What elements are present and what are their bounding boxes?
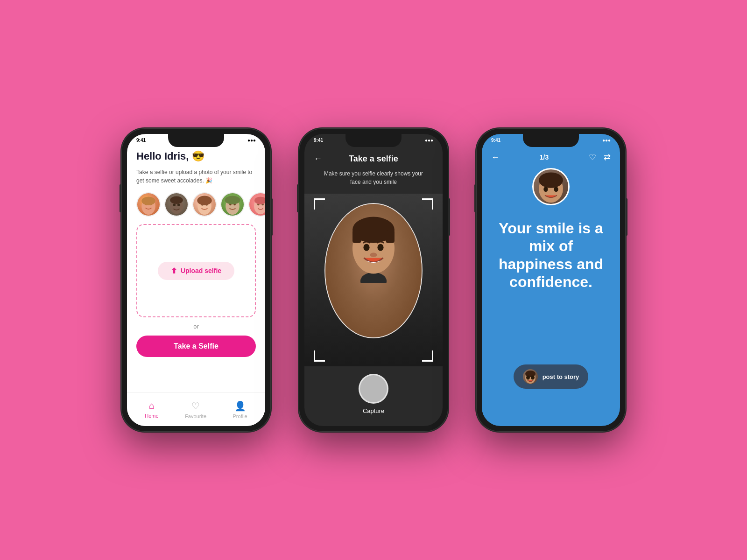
- nav-home[interactable]: ⌂ Home: [145, 400, 158, 419]
- bottom-nav: ⌂ Home ♡ Favourite 👤 Profile: [127, 392, 265, 426]
- camera-subtitle: Make sure you selfie clearly shows your …: [304, 169, 443, 186]
- post-to-story-button[interactable]: post to story: [514, 364, 589, 389]
- heart-nav-icon: ♡: [191, 400, 200, 412]
- corner-bl: [314, 350, 325, 362]
- svg-point-35: [531, 376, 535, 380]
- face-bg: [325, 204, 422, 337]
- svg-point-11: [197, 196, 211, 205]
- avatar-1[interactable]: [136, 192, 161, 217]
- face-illustration: [345, 213, 402, 283]
- avatar-5-face: [249, 193, 265, 216]
- avatar-4[interactable]: [220, 192, 245, 217]
- result-avatar-container: [482, 168, 620, 205]
- face-oval: [324, 203, 423, 338]
- result-text: Your smile is a mix of happiness and con…: [482, 219, 620, 291]
- svg-point-29: [539, 172, 563, 188]
- phone2: 9:41 ●●● ← Take a selfie Make sure you s…: [299, 128, 448, 432]
- avatar-2-face: [165, 193, 188, 216]
- phone3: 9:41 ●●● ← 1/3 ♡ ⇄: [476, 128, 626, 432]
- camera-title: Take a selfie: [349, 154, 398, 164]
- svg-point-31: [554, 187, 558, 192]
- or-divider: or: [136, 323, 256, 330]
- upload-selfie-button[interactable]: ⬆ Upload selfie: [158, 262, 234, 280]
- svg-point-30: [543, 187, 548, 192]
- upload-icon: ⬆: [171, 266, 177, 275]
- svg-point-5: [173, 203, 176, 206]
- avatar-5[interactable]: [248, 192, 265, 217]
- result-actions: ♡ ⇄: [589, 152, 611, 162]
- svg-point-27: [370, 252, 377, 257]
- nav-favourite[interactable]: ♡ Favourite: [185, 400, 206, 419]
- phone1-notch: [168, 134, 224, 147]
- favourite-label: Favourite: [185, 413, 206, 419]
- svg-rect-24: [386, 230, 395, 243]
- phone3-time: 9:41: [491, 138, 500, 143]
- corner-tr: [422, 198, 433, 210]
- phone1-main-content: Hello Idris, 😎 Take a selfie or upload a…: [127, 150, 265, 357]
- camera-background: [304, 194, 443, 366]
- capture-label: Capture: [363, 407, 384, 414]
- svg-point-7: [170, 196, 183, 204]
- result-avatar: [532, 168, 570, 205]
- avatar-3-face: [193, 193, 216, 216]
- camera-header: ← Take a selfie: [304, 150, 443, 169]
- capture-area: Capture: [304, 366, 443, 419]
- svg-point-26: [377, 244, 383, 251]
- phone1: 9:41 ●●● Hello Idris, 😎 Take a selfie or…: [121, 128, 271, 432]
- result-bottom-area: post to story: [482, 364, 620, 389]
- corner-br: [422, 350, 433, 362]
- phone3-signal: ●●●: [602, 138, 611, 143]
- camera-viewfinder: [304, 194, 443, 366]
- svg-rect-23: [352, 230, 361, 243]
- subtitle-text: Take a selfie or upload a photo of your …: [136, 168, 256, 185]
- avatar-2[interactable]: [164, 192, 189, 217]
- avatar-4-face: [221, 193, 244, 216]
- avatar-row: [136, 192, 256, 217]
- phone1-time: 9:41: [136, 138, 146, 143]
- phone2-signal: ●●●: [425, 138, 433, 143]
- greeting-text: Hello Idris, 😎: [136, 150, 256, 162]
- post-avatar-icon: [523, 369, 538, 384]
- result-back-button[interactable]: ←: [491, 153, 500, 162]
- svg-point-20: [360, 273, 387, 283]
- capture-button[interactable]: [359, 374, 388, 404]
- heart-action-icon[interactable]: ♡: [589, 152, 596, 162]
- result-header: ← 1/3 ♡ ⇄: [482, 150, 620, 168]
- svg-point-25: [363, 244, 369, 251]
- home-icon: ⌂: [149, 400, 155, 411]
- upload-btn-label: Upload selfie: [181, 267, 221, 274]
- avatar-1-face: [137, 193, 160, 216]
- nav-profile[interactable]: 👤 Profile: [233, 400, 247, 419]
- result-counter: 1/3: [540, 154, 549, 161]
- svg-point-34: [526, 376, 530, 380]
- phone2-time: 9:41: [314, 138, 323, 143]
- upload-box[interactable]: ⬆ Upload selfie: [136, 224, 256, 317]
- home-label: Home: [145, 413, 158, 419]
- phone1-signal: ●●●: [247, 138, 256, 143]
- post-to-story-label: post to story: [543, 373, 579, 380]
- phone3-notch: [523, 134, 579, 147]
- corner-tl: [314, 198, 325, 210]
- svg-point-15: [225, 196, 240, 204]
- camera-back-button[interactable]: ←: [314, 154, 322, 164]
- share-action-icon[interactable]: ⇄: [604, 152, 611, 162]
- svg-point-6: [177, 203, 180, 206]
- phone2-notch: [345, 134, 402, 147]
- profile-label: Profile: [233, 413, 247, 419]
- profile-icon: 👤: [234, 400, 246, 412]
- take-selfie-button[interactable]: Take a Selfie: [136, 336, 256, 357]
- avatar-3[interactable]: [192, 192, 217, 217]
- svg-point-3: [141, 196, 155, 205]
